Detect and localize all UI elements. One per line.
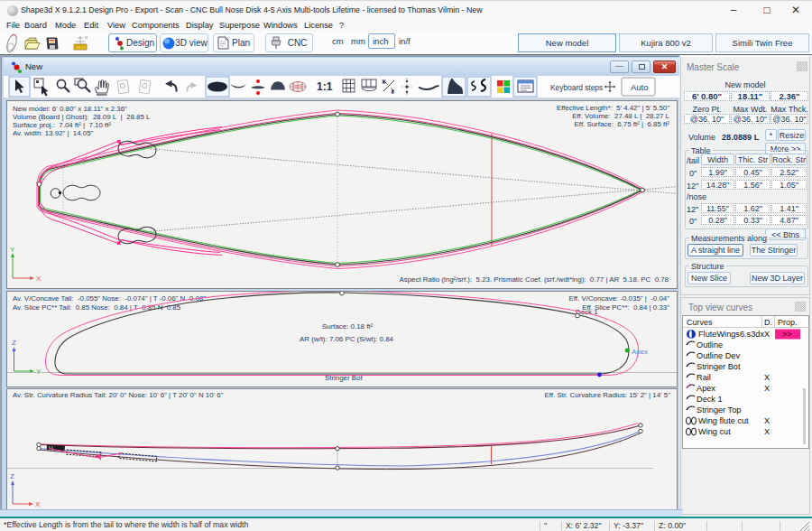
svg-text:Surface proj.: 7.04 ft² | 7.: Surface proj.: 7.04 ft² | 7.10 ft² <box>13 121 111 129</box>
svg-text:X: X <box>35 500 41 508</box>
svg-text:X: X <box>36 275 42 283</box>
svg-text:Auto: Auto <box>631 82 649 92</box>
svg-text:Z: Z <box>10 472 14 480</box>
svg-text:Eff. Str. Curvature Radius: 15: Eff. Str. Curvature Radius: 15' 2" | 14'… <box>545 391 671 399</box>
svg-text:Stringer Bot: Stringer Bot <box>697 362 741 371</box>
svg-text:X: X <box>764 373 770 382</box>
svg-text:Y: Y <box>10 246 15 254</box>
svg-text:Rail: Rail <box>697 373 711 382</box>
svg-text:Stringer Bot: Stringer Bot <box>325 374 363 382</box>
svg-text:X: X <box>764 427 770 436</box>
svg-text:Eff. V/Concave: -0.035" | -0.: Eff. V/Concave: -0.035" | -0.04" <box>569 294 670 303</box>
svg-text:X: X <box>764 330 770 339</box>
svg-text:Apex: Apex <box>697 384 715 393</box>
svg-text:Stringer Top: Stringer Top <box>697 405 741 415</box>
svg-text:Effective Length*: 5' 4.42" |: Effective Length*: 5' 4.42" | 5' 5.50" <box>557 104 669 112</box>
svg-text:Av. width: 13.92" | 14.05": Av. width: 13.92" | 14.05" <box>13 129 94 137</box>
svg-text:Eff. Surface: 6.75 ft² | 6.8: Eff. Surface: 6.75 ft² | 6.85 ft² <box>575 120 670 128</box>
svg-text:AR (w/t): 7.06 PC (S/wt): 0.84: AR (w/t): 7.06 PC (S/wt): 0.84 <box>300 335 394 343</box>
svg-text:Deck 1: Deck 1 <box>697 395 723 404</box>
svg-text:Av. Slice PC** Tail: 0.85 Nos: Av. Slice PC** Tail: 0.85 Nose: 0.84 | T… <box>13 303 181 312</box>
svg-text:Outline Dev: Outline Dev <box>697 351 740 360</box>
svg-text:Keyboard steps: Keyboard steps <box>550 83 603 92</box>
svg-text:Z: Z <box>12 339 16 347</box>
svg-text:Outline: Outline <box>697 340 723 349</box>
svg-text:X: X <box>764 416 770 425</box>
svg-text:X: X <box>764 384 770 393</box>
svg-text:FluteWings6.s3dx: FluteWings6.s3dx <box>698 330 764 339</box>
svg-text:Eff. Volume: 27.48 L | 28.27: Eff. Volume: 27.48 L | 28.27 L <box>572 112 669 120</box>
svg-text:Y: Y <box>36 368 42 376</box>
svg-text:>>: >> <box>782 330 792 339</box>
svg-text:Apex: Apex <box>632 348 648 356</box>
svg-text:Volume (Board | Ghost): 28.09: Volume (Board | Ghost): 28.09 L | 28.85 … <box>13 113 151 121</box>
svg-text:Av. Str. Curvature Radius Tail: Av. Str. Curvature Radius Tail: 20' 0" N… <box>13 391 224 399</box>
svg-text:New model: 6' 0.80" x 18.11" x: New model: 6' 0.80" x 18.11" x 2.36" <box>13 105 127 113</box>
svg-text:Wing flute cut: Wing flute cut <box>698 416 749 425</box>
svg-text:Wing cut: Wing cut <box>698 427 731 436</box>
svg-text:Surface: 0.18 ft²: Surface: 0.18 ft² <box>322 322 374 331</box>
svg-text:Aspect Ratio (lng²/srf.): 5.2: Aspect Ratio (lng²/srf.): 5.23. Prismati… <box>399 275 669 284</box>
svg-text:1:1: 1:1 <box>317 80 333 93</box>
